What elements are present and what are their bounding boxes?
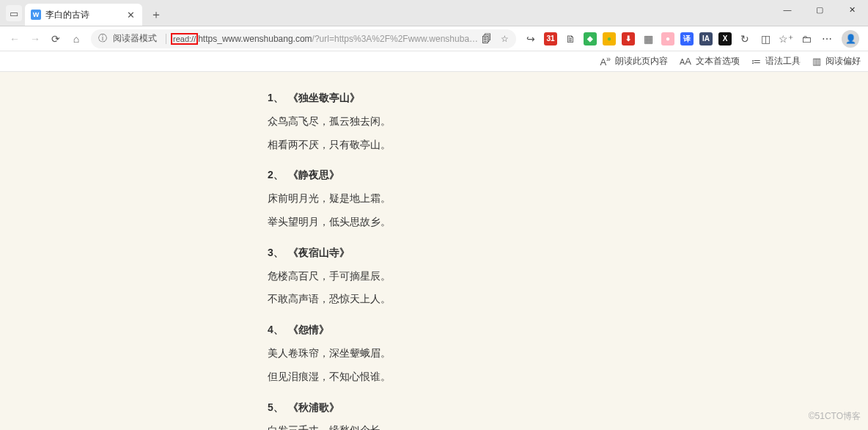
collections-icon[interactable]: 🗀 (796, 29, 817, 49)
reader-mode-label: 阅读器模式 (113, 32, 157, 45)
window-grid-icon[interactable]: ▦ (638, 29, 658, 49)
tab-strip: ▭ W 李白的古诗 ✕ ＋ — ▢ ✕ (0, 0, 868, 26)
maximize-button[interactable]: ▢ (803, 0, 836, 20)
minimize-button[interactable]: — (771, 0, 803, 20)
poem-line: 白发三千丈，缘愁似个长。 (268, 422, 737, 430)
reader-options-bar: A» 朗读此页内容 AA 文本首选项 ≔ 语法工具 ▥ 阅读偏好 (0, 51, 868, 72)
toolbar: ← → ⟳ ⌂ ⓘ 阅读器模式 read:// https_www.wenshu… (0, 26, 868, 51)
tab-title: 李白的古诗 (45, 9, 125, 21)
reader-content[interactable]: 1、 《独坐敬亭山》众鸟高飞尽，孤云独去闲。相看两不厌，只有敬亭山。2、 《静夜… (0, 72, 868, 430)
close-tab-button[interactable]: ✕ (125, 10, 136, 21)
ext-icon-x[interactable]: X (718, 32, 732, 45)
poem-line: 但见泪痕湿，不知心恨谁。 (268, 368, 737, 386)
book-icon: ▥ (812, 56, 821, 67)
read-aloud-button[interactable]: A» 朗读此页内容 (600, 54, 668, 68)
grammar-icon: ≔ (751, 56, 761, 67)
tab-overview-button[interactable]: ▭ (6, 5, 22, 21)
ext-icon-duck[interactable]: ● (603, 32, 616, 45)
browser-tab[interactable]: W 李白的古诗 ✕ (25, 4, 142, 26)
poem-title: 5、 《秋浦歌》 (268, 399, 737, 417)
more-button[interactable]: ⋯ (817, 29, 837, 49)
poem-line: 危楼高百尺，手可摘星辰。 (268, 268, 737, 285)
grammar-tools-button[interactable]: ≔ 语法工具 (751, 55, 801, 68)
article-body: 1、 《独坐敬亭山》众鸟高飞尽，孤云独去闲。相看两不厌，只有敬亭山。2、 《静夜… (268, 72, 737, 430)
poem-title: 3、 《夜宿山寺》 (268, 244, 737, 262)
ext-icon-down[interactable]: ⬇ (622, 32, 635, 45)
address-separator (166, 34, 166, 44)
ext-icon-pig[interactable]: ● (661, 32, 674, 45)
ext-icon-ia[interactable]: IA (699, 32, 713, 45)
profile-avatar[interactable]: 👤 (842, 30, 859, 48)
ext-icon-red-badge[interactable]: 31 (544, 32, 557, 45)
new-tab-button[interactable]: ＋ (147, 5, 166, 24)
url-box: read:// https_www.wenshubang.com/?url=ht… (171, 33, 479, 45)
window-controls: — ▢ ✕ (771, 0, 868, 26)
address-bar[interactable]: ⓘ 阅读器模式 read:// https_www.wenshubang.com… (91, 29, 516, 48)
refresh-button[interactable]: ⟳ (45, 29, 66, 49)
site-info-icon[interactable]: ⓘ (98, 32, 107, 45)
favorite-button[interactable]: ☆ (501, 34, 509, 44)
sync-icon[interactable]: ↻ (735, 29, 755, 49)
reading-pref-label: 阅读偏好 (825, 55, 861, 68)
poem-line: 美人卷珠帘，深坐颦蛾眉。 (268, 345, 737, 362)
favorites-bar-icon[interactable]: ☆⁺ (776, 29, 796, 49)
forward-button[interactable]: → (25, 29, 45, 49)
close-window-button[interactable]: ✕ (836, 0, 868, 20)
home-button[interactable]: ⌂ (66, 29, 87, 49)
read-aloud-label: 朗读此页内容 (615, 55, 668, 68)
poem-line: 相看两不厌，只有敬亭山。 (268, 136, 737, 154)
text-preferences-button[interactable]: AA 文本首选项 (680, 55, 740, 68)
speaker-icon: A» (600, 54, 611, 68)
send-to-device-icon[interactable]: ↪ (521, 29, 541, 49)
ext-icon-shield[interactable]: ◆ (584, 32, 597, 45)
text-size-icon: AA (680, 56, 691, 67)
poem-line: 不敢高声语，恐惊天上人。 (268, 291, 737, 308)
poem-line: 举头望明月，低头思故乡。 (268, 214, 737, 231)
poem-title: 1、 《独坐敬亭山》 (268, 90, 737, 107)
sidepanel-icon[interactable]: ◫ (755, 29, 776, 49)
poem-title: 4、 《怨情》 (268, 321, 737, 339)
ext-icon-translate[interactable]: 译 (680, 32, 694, 45)
clipboard-icon[interactable]: 🗎 (560, 29, 581, 49)
text-pref-label: 文本首选项 (696, 55, 740, 68)
grammar-label: 语法工具 (765, 55, 801, 68)
reader-toggle-icon[interactable]: 🗐 (479, 29, 495, 48)
tab-favicon: W (31, 10, 41, 20)
reading-preferences-button[interactable]: ▥ 阅读偏好 (812, 55, 861, 68)
poem-line: 床前明月光，疑是地上霜。 (268, 190, 737, 208)
extension-icons: ↪ 31 🗎 ◆ ● ⬇ ▦ ● 译 IA X ↻ ◫ ☆⁺ 🗀 ⋯ 👤 (521, 29, 864, 49)
url-text: https_www.wenshubang.com/?url=https%3A%2… (198, 34, 479, 44)
poem-line: 众鸟高飞尽，孤云独去闲。 (268, 113, 737, 131)
read-scheme-highlight: read:// (171, 33, 198, 45)
back-button[interactable]: ← (4, 29, 25, 49)
poem-title: 2、 《静夜思》 (268, 167, 737, 184)
